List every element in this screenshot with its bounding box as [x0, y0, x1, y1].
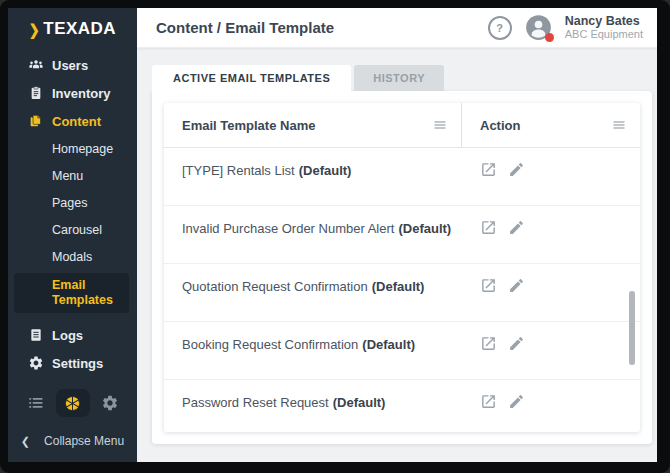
sidebar-item-label: Content	[52, 114, 101, 129]
email-templates-table: Email Template Name Action	[164, 103, 640, 432]
sidebar-footer: ❮ Collapse Menu	[8, 389, 137, 462]
sidebar-item-settings[interactable]: Settings	[8, 349, 137, 377]
aperture-icon	[63, 394, 82, 413]
content-icon	[28, 113, 44, 129]
subitem-label: Menu	[52, 169, 83, 183]
sidebar-item-logs[interactable]: Logs	[8, 321, 137, 349]
edit-pencil-icon[interactable]	[508, 277, 525, 294]
sidebar-subitem-menu[interactable]: Menu	[8, 162, 137, 189]
collapse-menu-button[interactable]: ❮ Collapse Menu	[8, 434, 137, 462]
gear-icon	[28, 355, 44, 371]
help-icon[interactable]: ?	[488, 16, 512, 40]
column-action-label: Action	[480, 118, 520, 133]
inventory-icon	[28, 85, 44, 101]
edit-pencil-icon[interactable]	[508, 393, 525, 410]
table-row: Invalid Purchase Order Number Alert(Defa…	[164, 206, 640, 264]
settings-gear-icon[interactable]	[101, 394, 119, 412]
sidebar-item-label: Inventory	[52, 86, 111, 101]
list-view-icon[interactable]	[27, 394, 45, 412]
user-name: Nancy Bates	[565, 15, 643, 28]
logo-chevron-icon: ❯	[29, 20, 40, 37]
subitem-label: Modals	[52, 250, 92, 264]
table-header: Email Template Name Action	[164, 103, 640, 148]
collapse-menu-label: Collapse Menu	[44, 434, 124, 448]
template-name: Password Reset Request(Default)	[164, 380, 463, 410]
templates-card: Email Template Name Action	[152, 91, 652, 444]
open-external-icon[interactable]	[480, 335, 497, 352]
subitem-label: Homepage	[52, 142, 113, 156]
sidebar-item-label: Logs	[52, 328, 83, 343]
template-name: Invalid Purchase Order Number Alert(Defa…	[164, 206, 463, 236]
user-company: ABC Equipment	[565, 28, 643, 41]
edit-pencil-icon[interactable]	[508, 161, 525, 178]
tab-active-email-templates[interactable]: ACTIVE EMAIL TEMPLATES	[152, 65, 351, 91]
open-external-icon[interactable]	[480, 219, 497, 236]
top-bar: Content / Email Template ? Nancy Bates A…	[137, 8, 657, 48]
sidebar-item-inventory[interactable]: Inventory	[8, 79, 137, 107]
chevron-left-icon: ❮	[21, 435, 30, 448]
sidebar: ❯ TEXADA Users Inventory Content	[8, 8, 137, 462]
table-row: [TYPE] Rentals List(Default)	[164, 148, 640, 206]
sidebar-subitem-pages[interactable]: Pages	[8, 189, 137, 216]
app-frame: ❯ TEXADA Users Inventory Content	[0, 0, 670, 473]
sidebar-subitem-homepage[interactable]: Homepage	[8, 135, 137, 162]
sidebar-item-label: Settings	[52, 356, 103, 371]
subitem-label: Email Templates	[52, 278, 123, 308]
main-area: Content / Email Template ? Nancy Bates A…	[137, 8, 657, 462]
column-menu-icon[interactable]	[611, 117, 627, 133]
template-name: [TYPE] Rentals List(Default)	[164, 148, 463, 178]
table-row: Password Reset Request(Default)	[164, 380, 640, 432]
table-row: Quotation Request Confirmation(Default)	[164, 264, 640, 322]
avatar[interactable]	[525, 14, 552, 41]
tab-history[interactable]: HISTORY	[354, 65, 444, 91]
texada-logo: ❯ TEXADA	[8, 8, 137, 51]
aperture-button[interactable]	[56, 389, 90, 417]
user-info[interactable]: Nancy Bates ABC Equipment	[565, 15, 643, 41]
table-scrollbar-thumb[interactable]	[629, 291, 635, 365]
open-external-icon[interactable]	[480, 277, 497, 294]
open-external-icon[interactable]	[480, 393, 497, 410]
logs-icon	[28, 327, 44, 343]
logo-text: TEXADA	[43, 19, 116, 39]
column-menu-icon[interactable]	[432, 117, 448, 133]
template-name: Booking Request Confirmation(Default)	[164, 322, 463, 352]
breadcrumb-title: Content / Email Template	[156, 19, 334, 36]
subitem-label: Carousel	[52, 223, 102, 237]
tab-bar: ACTIVE EMAIL TEMPLATES HISTORY	[152, 65, 652, 91]
template-name: Quotation Request Confirmation(Default)	[164, 264, 463, 294]
users-icon	[28, 57, 44, 73]
help-glyph: ?	[496, 22, 503, 34]
status-dot	[545, 33, 554, 42]
sidebar-item-users[interactable]: Users	[8, 51, 137, 79]
column-name-label: Email Template Name	[182, 118, 315, 133]
sidebar-item-content[interactable]: Content	[8, 107, 137, 135]
open-external-icon[interactable]	[480, 161, 497, 178]
sidebar-subitem-email-templates[interactable]: Email Templates	[14, 273, 129, 313]
sidebar-item-label: Users	[52, 58, 88, 73]
edit-pencil-icon[interactable]	[508, 219, 525, 236]
content-area: ACTIVE EMAIL TEMPLATES HISTORY Email Tem…	[137, 48, 657, 462]
app-window: ❯ TEXADA Users Inventory Content	[8, 8, 657, 462]
subitem-label: Pages	[52, 196, 87, 210]
sidebar-subitem-modals[interactable]: Modals	[8, 243, 137, 270]
sidebar-subitem-carousel[interactable]: Carousel	[8, 216, 137, 243]
table-row: Booking Request Confirmation(Default)	[164, 322, 640, 380]
edit-pencil-icon[interactable]	[508, 335, 525, 352]
